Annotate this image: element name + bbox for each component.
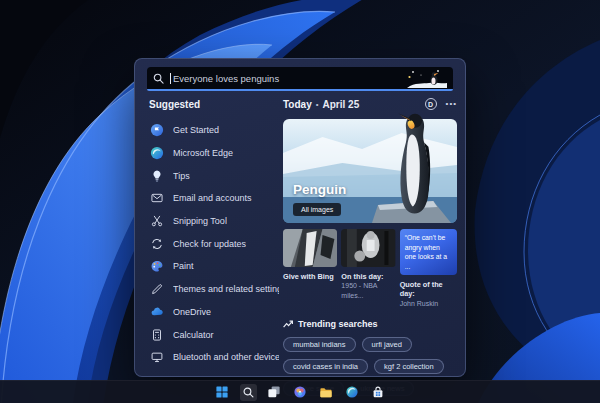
suggested-title: Suggested [149, 99, 279, 110]
file-explorer-icon[interactable] [318, 384, 335, 401]
penguin-image [389, 104, 441, 223]
suggested-item-label: Themes and related settings [173, 284, 279, 294]
suggested-item-label: Email and accounts [173, 193, 252, 203]
more-options-button[interactable]: ••• [446, 100, 457, 108]
info-card-label: Give with Bing [283, 272, 337, 281]
give-with-bing-image [283, 229, 337, 267]
today-section: Today • April 25 D ••• [283, 97, 457, 370]
on-this-day-image [341, 229, 395, 267]
suggested-item-paint[interactable]: Paint [147, 255, 279, 278]
desktop: Suggested Get Started [0, 0, 600, 403]
snipping-tool-icon [149, 214, 164, 229]
search-icon [153, 73, 164, 84]
today-label: Today [283, 99, 312, 110]
edge-icon [149, 146, 164, 161]
text-caret [170, 73, 171, 84]
suggested-item-themes-settings[interactable]: Themes and related settings [147, 278, 279, 301]
microsoft-store-icon[interactable] [370, 384, 387, 401]
info-card-label: Quote of the day: [400, 280, 457, 299]
info-cards-row: Give with Bing [283, 229, 457, 308]
suggested-item-snipping-tool[interactable]: Snipping Tool [147, 210, 279, 233]
suggested-item-label: Calculator [173, 330, 214, 340]
quote-text: “One can't be angry when one looks at a … [400, 229, 457, 275]
pill-kgf-2-collection[interactable]: kgf 2 collection [374, 359, 444, 374]
onedrive-icon [149, 304, 164, 319]
info-card-on-this-day[interactable]: On this day: 1950 - NBA miles... [341, 229, 395, 308]
pill-urfi-javed[interactable]: urfi javed [362, 337, 412, 352]
suggested-item-label: Check for updates [173, 239, 246, 249]
suggested-item-microsoft-edge[interactable]: Microsoft Edge [147, 142, 279, 165]
suggested-item-tips[interactable]: Tips [147, 164, 279, 187]
penguin-night-illustration-icon [407, 68, 447, 88]
themes-icon [149, 282, 164, 297]
suggested-item-calculator[interactable]: Calculator [147, 323, 279, 346]
info-card-quote[interactable]: “One can't be angry when one looks at a … [400, 229, 457, 308]
info-card-sublabel: John Ruskin [400, 299, 457, 308]
trending-up-icon [283, 319, 293, 329]
email-icon [149, 191, 164, 206]
task-view-icon[interactable] [266, 384, 283, 401]
suggested-item-label: Bluetooth and other devices sett... [173, 352, 279, 362]
pill-mumbai-indians[interactable]: mumbai indians [283, 337, 356, 352]
info-card-sublabel: 1950 - NBA miles... [341, 281, 395, 300]
today-heading: Today • April 25 [283, 99, 359, 110]
suggested-item-label: Snipping Tool [173, 216, 227, 226]
pill-covid-cases-in-india[interactable]: covid cases in india [283, 359, 368, 374]
today-date: April 25 [323, 99, 360, 110]
suggested-item-label: OneDrive [173, 307, 211, 317]
hero-title: Penguin [293, 182, 346, 197]
start-button[interactable] [214, 384, 231, 401]
suggested-item-label: Tips [173, 171, 190, 181]
calculator-icon [149, 327, 164, 342]
suggested-item-label: Microsoft Edge [173, 148, 233, 158]
suggested-item-get-started[interactable]: Get Started [147, 119, 279, 142]
all-images-button[interactable]: All images [293, 203, 341, 216]
dot-separator: • [316, 100, 319, 109]
edge-taskbar-icon[interactable] [344, 384, 361, 401]
suggested-item-label: Paint [173, 261, 194, 271]
photos-icon[interactable] [292, 384, 309, 401]
tips-icon [149, 168, 164, 183]
suggested-item-label: Get Started [173, 125, 219, 135]
search-input[interactable] [173, 73, 407, 84]
search-bar[interactable] [147, 67, 453, 91]
info-card-label: On this day: [341, 272, 395, 281]
taskbar-search-icon[interactable] [240, 384, 257, 401]
hero-card-penguin[interactable]: Penguin All images [283, 119, 457, 223]
suggested-item-bluetooth-devices[interactable]: Bluetooth and other devices sett... [147, 346, 279, 369]
get-started-icon [149, 123, 164, 138]
trending-title: Trending searches [298, 319, 378, 329]
taskbar [0, 380, 600, 403]
search-panel: Suggested Get Started [134, 58, 466, 377]
suggested-item-email-accounts[interactable]: Email and accounts [147, 187, 279, 210]
devices-icon [149, 350, 164, 365]
suggested-item-check-updates[interactable]: Check for updates [147, 232, 279, 255]
suggested-item-onedrive[interactable]: OneDrive [147, 301, 279, 324]
info-card-give-with-bing[interactable]: Give with Bing [283, 229, 337, 308]
suggested-section: Suggested Get Started [147, 97, 279, 370]
update-icon [149, 236, 164, 251]
paint-icon [149, 259, 164, 274]
